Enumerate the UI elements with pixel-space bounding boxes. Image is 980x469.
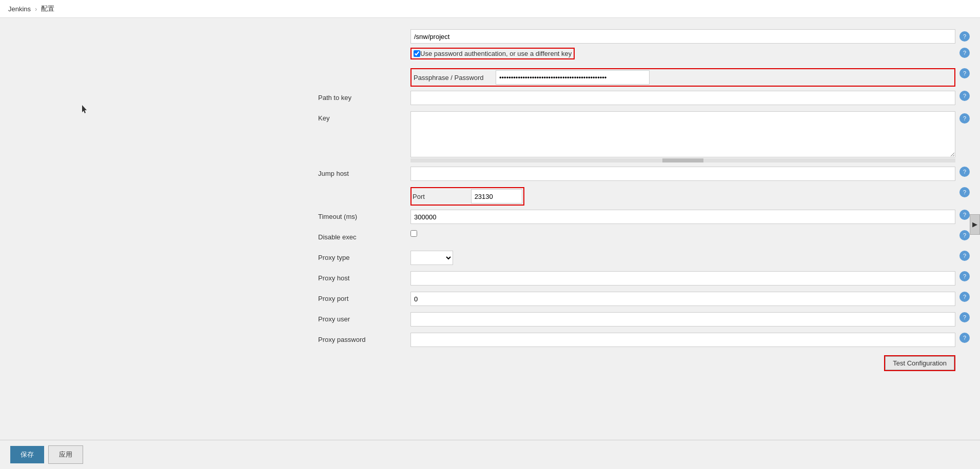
jump-host-row: Jump host ? xyxy=(318,167,970,183)
passphrase-field: Passphrase / Password xyxy=(410,68,955,87)
scroll-right-icon: ▶ xyxy=(972,220,977,228)
key-field xyxy=(410,111,955,162)
port-input[interactable] xyxy=(471,189,522,203)
proxy-port-label: Proxy port xyxy=(318,292,410,302)
disable-exec-help-icon[interactable]: ? xyxy=(959,230,970,240)
test-configuration-button[interactable]: Test Configuration xyxy=(885,356,954,370)
proxy-type-row: Proxy type HTTP SOCKS4 SOCKS5 ? xyxy=(318,251,970,267)
scroll-arrow-right[interactable]: ▶ xyxy=(970,214,980,235)
path-to-key-field xyxy=(410,91,955,105)
port-row: Port ? xyxy=(318,187,970,206)
disable-exec-checkbox[interactable] xyxy=(410,230,417,237)
path-to-repo-input[interactable] xyxy=(410,29,955,44)
path-field xyxy=(410,29,955,44)
cursor xyxy=(82,105,88,114)
path-to-key-label: Path to key xyxy=(318,91,410,101)
form-container: ? Use password authentication, or use a … xyxy=(318,28,970,372)
proxy-type-field: HTTP SOCKS4 SOCKS5 xyxy=(410,251,955,265)
passphrase-label-spacer xyxy=(318,68,410,71)
port-label-spacer xyxy=(318,187,410,190)
path-to-key-row: Path to key ? xyxy=(318,91,970,107)
proxy-user-input[interactable] xyxy=(410,312,955,327)
port-label: Port xyxy=(413,193,469,200)
timeout-row: Timeout (ms) ? xyxy=(318,210,970,226)
proxy-password-help-icon[interactable]: ? xyxy=(959,333,970,343)
passphrase-highlight-box: Passphrase / Password xyxy=(410,68,955,87)
proxy-type-select[interactable]: HTTP SOCKS4 SOCKS5 xyxy=(410,251,453,265)
breadcrumb: Jenkins › 配置 xyxy=(0,0,980,18)
test-config-highlight-box: Test Configuration xyxy=(884,355,955,371)
proxy-host-input[interactable] xyxy=(410,271,955,286)
disable-exec-label: Disable exec xyxy=(318,230,410,241)
passphrase-input[interactable] xyxy=(496,70,650,85)
proxy-type-help-icon[interactable]: ? xyxy=(959,251,970,261)
path-help-icon[interactable]: ? xyxy=(959,31,970,42)
proxy-password-input[interactable] xyxy=(410,333,955,347)
jump-host-label: Jump host xyxy=(318,167,410,177)
path-to-repo-row: ? xyxy=(318,28,970,45)
use-password-text: Use password authentication, or use a di… xyxy=(420,50,572,57)
use-password-label-spacer xyxy=(318,48,410,51)
jump-host-input[interactable] xyxy=(410,167,955,181)
proxy-host-field xyxy=(410,271,955,286)
jump-host-field xyxy=(410,167,955,181)
port-highlight-box: Port xyxy=(410,187,524,206)
key-scrollbar-thumb xyxy=(662,158,703,162)
proxy-user-row: Proxy user ? xyxy=(318,312,970,329)
use-password-checkbox[interactable] xyxy=(414,50,420,57)
breadcrumb-current: 配置 xyxy=(41,4,54,13)
main-content: ? Use password authentication, or use a … xyxy=(0,18,980,417)
proxy-password-row: Proxy password ? xyxy=(318,333,970,349)
passphrase-help-icon[interactable]: ? xyxy=(959,68,970,78)
path-to-key-input[interactable] xyxy=(410,91,955,105)
proxy-host-label: Proxy host xyxy=(318,271,410,282)
test-config-row: Test Configuration xyxy=(318,355,970,372)
use-password-field: Use password authentication, or use a di… xyxy=(410,48,955,59)
passphrase-row: Passphrase / Password ? xyxy=(318,68,970,87)
proxy-port-field xyxy=(410,292,955,306)
proxy-user-label: Proxy user xyxy=(318,312,410,323)
disable-exec-row: Disable exec ? xyxy=(318,230,970,247)
key-row: Key ? xyxy=(318,111,970,162)
breadcrumb-separator: › xyxy=(35,5,37,13)
timeout-input[interactable] xyxy=(410,210,955,224)
use-password-help-icon[interactable]: ? xyxy=(959,48,970,58)
breadcrumb-root[interactable]: Jenkins xyxy=(8,5,31,13)
timeout-field xyxy=(410,210,955,224)
proxy-password-label: Proxy password xyxy=(318,333,410,343)
proxy-host-help-icon[interactable]: ? xyxy=(959,271,970,281)
port-help-icon[interactable]: ? xyxy=(959,187,970,197)
proxy-port-input[interactable] xyxy=(410,292,955,306)
proxy-password-field xyxy=(410,333,955,347)
timeout-label: Timeout (ms) xyxy=(318,210,410,220)
key-textarea[interactable] xyxy=(410,111,955,157)
key-help-icon[interactable]: ? xyxy=(959,113,970,124)
path-to-key-help-icon[interactable]: ? xyxy=(959,91,970,101)
passphrase-label: Passphrase / Password xyxy=(414,74,496,81)
proxy-user-help-icon[interactable]: ? xyxy=(959,312,970,322)
use-password-highlight-box: Use password authentication, or use a di… xyxy=(410,48,575,59)
port-field: Port xyxy=(410,187,955,206)
proxy-port-help-icon[interactable]: ? xyxy=(959,292,970,302)
timeout-help-icon[interactable]: ? xyxy=(959,210,970,220)
use-password-row: Use password authentication, or use a di… xyxy=(318,48,970,64)
key-scrollbar[interactable] xyxy=(410,158,955,162)
key-label: Key xyxy=(318,111,410,122)
proxy-user-field xyxy=(410,312,955,327)
proxy-type-label: Proxy type xyxy=(318,251,410,261)
jump-host-help-icon[interactable]: ? xyxy=(959,167,970,177)
disable-exec-field xyxy=(410,230,955,237)
proxy-host-row: Proxy host ? xyxy=(318,271,970,288)
proxy-port-row: Proxy port ? xyxy=(318,292,970,308)
